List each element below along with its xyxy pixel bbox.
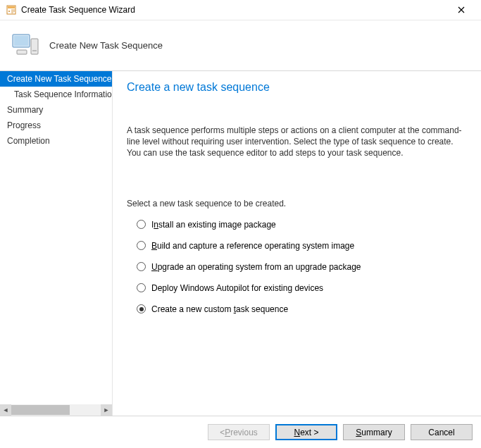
- radio-input-4[interactable]: [137, 304, 146, 313]
- scroll-track[interactable]: [11, 404, 101, 416]
- wizard-body: Create New Task SequenceTask Sequence In…: [0, 70, 481, 416]
- svg-rect-6: [32, 50, 37, 51]
- radio-label-3: Deploy Windows Autopilot for existing de…: [151, 283, 323, 293]
- radio-label-1: Build and capture a reference operating …: [151, 241, 354, 251]
- page-title: Create a new task sequence: [127, 81, 467, 94]
- description-text: A task sequence performs multiple steps …: [127, 125, 467, 159]
- svg-rect-1: [8, 6, 15, 8]
- scroll-right-icon[interactable]: ►: [101, 404, 112, 416]
- summary-button[interactable]: Summary: [343, 424, 405, 440]
- wizard-icon: [6, 4, 17, 15]
- sidebar-item-2[interactable]: Summary: [0, 102, 112, 118]
- previous-button: < Previous: [208, 424, 270, 440]
- radio-input-0[interactable]: [137, 220, 146, 229]
- close-button[interactable]: [447, 1, 475, 18]
- radio-option-3[interactable]: Deploy Windows Autopilot for existing de…: [127, 283, 467, 304]
- radio-label-2: Upgrade an operating system from an upgr…: [151, 262, 361, 272]
- computer-icon: [8, 29, 42, 63]
- svg-rect-4: [14, 36, 28, 46]
- header: Create New Task Sequence: [0, 20, 481, 70]
- sidebar: Create New Task SequenceTask Sequence In…: [0, 71, 113, 416]
- sidebar-item-1[interactable]: Task Sequence Information: [0, 87, 112, 102]
- main-panel: Create a new task sequence A task sequen…: [113, 71, 481, 416]
- radio-input-1[interactable]: [137, 241, 146, 250]
- radio-option-1[interactable]: Build and capture a reference operating …: [127, 241, 467, 262]
- prompt-text: Select a new task sequence to be created…: [127, 199, 467, 209]
- sidebar-item-3[interactable]: Progress: [0, 118, 112, 133]
- radio-option-2[interactable]: Upgrade an operating system from an upgr…: [127, 262, 467, 283]
- radio-option-4[interactable]: Create a new custom task sequence: [127, 304, 467, 325]
- radio-input-2[interactable]: [137, 262, 146, 271]
- scroll-thumb[interactable]: [11, 405, 70, 415]
- radio-input-3[interactable]: [137, 283, 146, 292]
- cancel-button[interactable]: Cancel: [411, 424, 473, 440]
- radio-option-0[interactable]: Install an existing image package: [127, 220, 467, 241]
- footer: < Previous Next > Summary Cancel: [0, 416, 481, 448]
- radio-label-0: Install an existing image package: [151, 220, 276, 230]
- close-icon: [458, 6, 465, 13]
- svg-point-2: [8, 11, 10, 12]
- svg-rect-7: [17, 50, 27, 54]
- header-title: Create New Task Sequence: [49, 40, 163, 51]
- svg-rect-5: [31, 39, 38, 54]
- radio-label-4: Create a new custom task sequence: [151, 304, 288, 314]
- scroll-left-icon[interactable]: ◄: [0, 404, 11, 416]
- sidebar-item-4[interactable]: Completion: [0, 133, 112, 149]
- sidebar-item-0[interactable]: Create New Task Sequence: [0, 71, 112, 87]
- sidebar-scrollbar[interactable]: ◄ ►: [0, 404, 112, 416]
- titlebar-title: Create Task Sequence Wizard: [21, 5, 447, 15]
- next-button[interactable]: Next >: [275, 424, 337, 440]
- titlebar: Create Task Sequence Wizard: [0, 0, 481, 20]
